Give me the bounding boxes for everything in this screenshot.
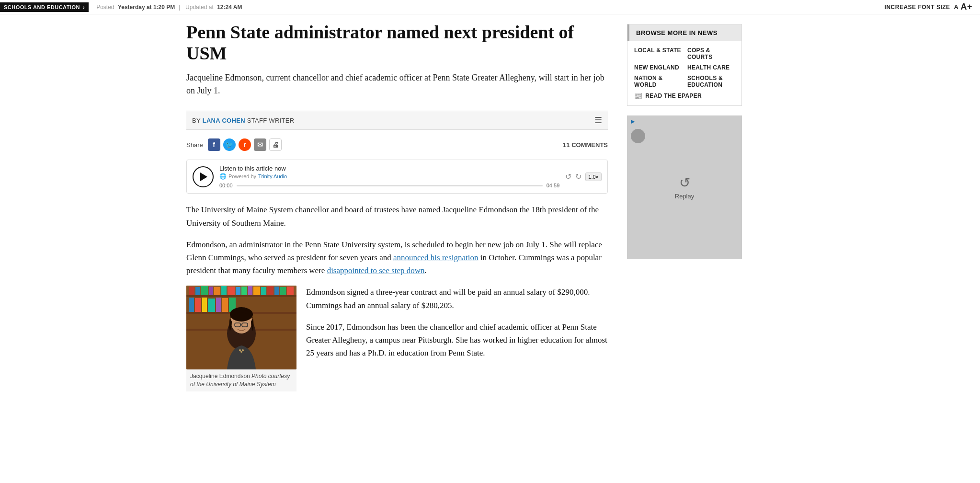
- print-share-button[interactable]: 🖨: [269, 138, 282, 151]
- audio-progress-wrap: 00:00 04:59: [219, 183, 559, 188]
- svg-rect-5: [201, 286, 208, 295]
- article-image: [186, 286, 296, 369]
- svg-rect-25: [222, 298, 228, 312]
- reddit-share-button[interactable]: r: [239, 138, 251, 151]
- audio-powered-label: Powered by: [228, 173, 256, 179]
- sidebar-link-local-state[interactable]: LOCAL & STATE: [634, 47, 682, 60]
- divider: |: [179, 4, 180, 11]
- increase-font-label: INCREASE FONT SIZE: [885, 4, 950, 11]
- sidebar-link-nation-world[interactable]: NATION & WORLD: [634, 75, 682, 88]
- resignation-link[interactable]: announced his resignation: [393, 253, 479, 262]
- audio-info: Listen to this article now 🌐 Powered by …: [219, 165, 559, 188]
- page-layout: Penn State administrator named next pres…: [179, 14, 801, 399]
- audio-time-start: 00:00: [219, 183, 233, 188]
- svg-rect-10: [236, 287, 240, 295]
- svg-rect-15: [267, 286, 273, 295]
- svg-rect-11: [241, 287, 247, 295]
- article-body: The University of Maine System chancello…: [186, 203, 608, 359]
- person-photo-svg: [186, 286, 296, 369]
- sidebar-link-new-england[interactable]: NEW ENGLAND: [634, 64, 682, 71]
- svg-rect-8: [221, 286, 227, 295]
- category-badge[interactable]: SCHOOLS AND EDUCATION ›: [0, 2, 89, 12]
- article-header: Penn State administrator named next pres…: [186, 14, 608, 111]
- share-icons: Share f 🐦 r ✉ 🖨: [186, 138, 282, 151]
- trinity-audio-link[interactable]: Trinity Audio: [258, 173, 287, 179]
- sidebar-link-cops-courts[interactable]: COPS & COURTS: [687, 47, 735, 60]
- svg-rect-21: [195, 298, 201, 312]
- font-increase-button[interactable]: A+: [960, 2, 972, 12]
- byline-prefix: BY: [192, 117, 201, 124]
- audio-controls-right: ↺ ↻ 1.0×: [565, 172, 602, 181]
- article-paragraph-2: Edmondson, an administrator in the Penn …: [186, 238, 608, 277]
- svg-rect-17: [280, 287, 286, 295]
- svg-rect-12: [248, 286, 252, 295]
- svg-point-36: [242, 349, 244, 351]
- updated-label: Updated at: [185, 4, 214, 11]
- replay-label: Replay: [675, 193, 694, 200]
- image-caption-name: Jacqueline Edmondson: [190, 373, 250, 380]
- replay-button[interactable]: ↺ Replay: [675, 175, 694, 200]
- font-size-control: INCREASE FONT SIZE A A+: [885, 2, 972, 12]
- disappointed-link[interactable]: disappointed to see step down: [327, 266, 425, 275]
- image-caption: Jacqueline Edmondson Photo courtesy of t…: [186, 369, 296, 391]
- author-link[interactable]: LANA COHEN: [203, 117, 245, 124]
- email-share-button[interactable]: ✉: [254, 138, 266, 151]
- svg-rect-2: [186, 295, 296, 297]
- byline-bar: BY LANA COHEN STAFF WRITER ☰: [186, 111, 608, 130]
- menu-icon[interactable]: ☰: [594, 115, 602, 126]
- ad-circle: [631, 129, 645, 143]
- audio-time-end: 04:59: [547, 183, 560, 188]
- article-image-wrap: Jacqueline Edmondson Photo courtesy of t…: [186, 286, 296, 391]
- font-decrease-button[interactable]: A: [954, 3, 959, 11]
- svg-rect-20: [189, 298, 194, 312]
- svg-point-34: [239, 349, 241, 351]
- ad-placeholder: ▶ ↺ Replay: [627, 115, 742, 259]
- posted-label: Posted: [96, 4, 114, 11]
- sidebar-link-health-care[interactable]: HEALTH CARE: [687, 64, 735, 71]
- share-bar: Share f 🐦 r ✉ 🖨 11 COMMENTS: [186, 135, 608, 155]
- audio-progress-bar[interactable]: [237, 185, 543, 186]
- svg-rect-6: [209, 287, 213, 295]
- replay-icon: ↺: [679, 175, 690, 191]
- article-paragraph-1: The University of Maine System chancello…: [186, 203, 608, 229]
- svg-point-35: [240, 351, 242, 353]
- rewind-button[interactable]: ↺: [565, 172, 571, 181]
- updated-time: 12:24 AM: [217, 4, 242, 11]
- browse-links: LOCAL & STATE COPS & COURTS NEW ENGLAND …: [627, 41, 741, 105]
- epaper-icon: 📰: [634, 92, 642, 100]
- top-bar-left: SCHOOLS AND EDUCATION › Posted Yesterday…: [0, 2, 242, 12]
- sidebar-link-schools-education[interactable]: SCHOOLS & EDUCATION: [687, 75, 735, 88]
- main-content: Penn State administrator named next pres…: [186, 14, 627, 399]
- author-role: STAFF WRITER: [247, 117, 295, 124]
- play-button[interactable]: [193, 166, 214, 187]
- comments-count[interactable]: 11 COMMENTS: [563, 141, 608, 149]
- audio-player: Listen to this article now 🌐 Powered by …: [186, 160, 608, 194]
- svg-rect-3: [189, 287, 194, 295]
- article-title: Penn State administrator named next pres…: [186, 22, 608, 64]
- posted-info: Posted Yesterday at 1:20 PM | Updated at…: [94, 4, 242, 11]
- forward-button[interactable]: ↻: [575, 172, 581, 181]
- twitter-share-button[interactable]: 🐦: [223, 138, 236, 151]
- svg-rect-18: [287, 287, 294, 295]
- posted-time: Yesterday at 1:20 PM: [118, 4, 175, 11]
- svg-rect-24: [216, 298, 221, 312]
- category-label: SCHOOLS AND EDUCATION: [4, 4, 80, 10]
- facebook-share-button[interactable]: f: [208, 138, 220, 151]
- paragraph2-end: .: [425, 266, 427, 275]
- globe-icon: 🌐: [219, 173, 227, 180]
- top-bar: SCHOOLS AND EDUCATION › Posted Yesterday…: [0, 0, 980, 14]
- svg-rect-13: [253, 287, 260, 295]
- browse-box: BROWSE MORE IN NEWS LOCAL & STATE COPS &…: [627, 24, 742, 106]
- svg-rect-14: [261, 287, 266, 295]
- epaper-label: READ THE EPAPER: [645, 92, 702, 99]
- category-arrow: ›: [83, 4, 85, 10]
- svg-rect-9: [228, 287, 235, 295]
- sidebar-link-epaper[interactable]: 📰 READ THE EPAPER: [634, 92, 735, 100]
- share-label: Share: [186, 141, 203, 149]
- font-size-buttons: A A+: [954, 2, 972, 12]
- svg-rect-22: [202, 298, 207, 312]
- svg-rect-23: [208, 299, 215, 312]
- byline-text: BY LANA COHEN STAFF WRITER: [192, 117, 294, 124]
- svg-rect-4: [195, 287, 200, 295]
- playback-speed-button[interactable]: 1.0×: [585, 172, 602, 181]
